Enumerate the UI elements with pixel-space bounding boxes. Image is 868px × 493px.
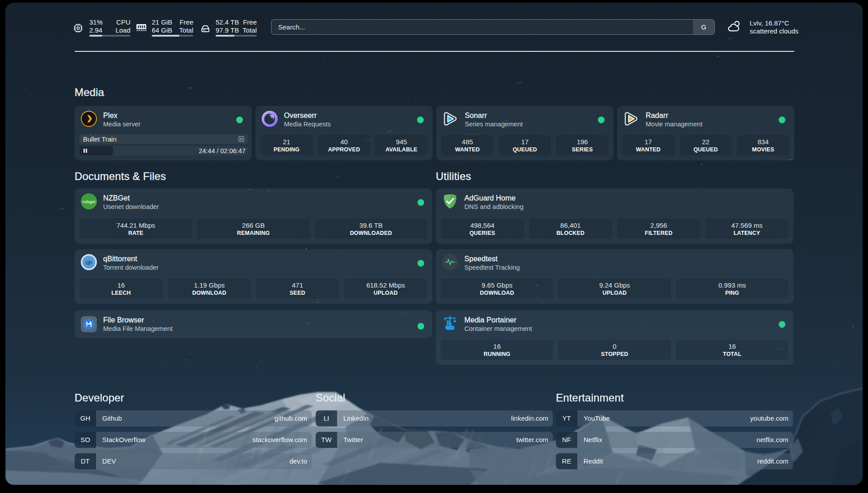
svg-text:qb: qb — [86, 259, 92, 266]
svg-text:nzbget: nzbget — [83, 199, 96, 204]
